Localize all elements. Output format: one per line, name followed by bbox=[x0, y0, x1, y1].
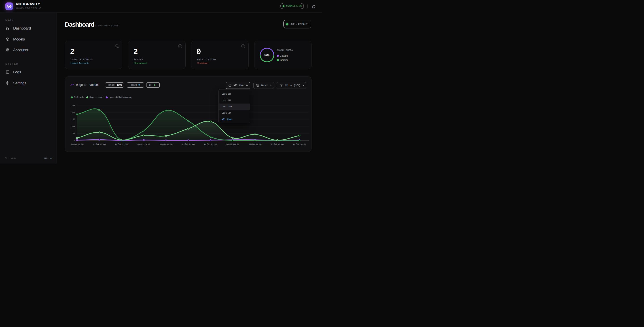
svg-text:200: 200 bbox=[71, 111, 75, 114]
svg-text:01/06 01:00: 01/06 01:00 bbox=[182, 143, 195, 146]
svg-text:01/05 23:00: 01/05 23:00 bbox=[138, 143, 150, 146]
svg-text:01/06 03:00: 01/06 03:00 bbox=[226, 143, 239, 146]
svg-text:250: 250 bbox=[71, 104, 75, 107]
svg-text:01/06 02:00: 01/06 02:00 bbox=[204, 143, 217, 146]
svg-text:100: 100 bbox=[71, 125, 75, 128]
svg-text:150: 150 bbox=[71, 118, 75, 121]
svg-text:01/04 22:00: 01/04 22:00 bbox=[115, 143, 128, 146]
svg-text:0: 0 bbox=[74, 139, 75, 142]
svg-text:01/04 21:00: 01/04 21:00 bbox=[93, 143, 106, 146]
svg-text:01/08 17:00: 01/08 17:00 bbox=[271, 143, 284, 146]
svg-text:01/04 20:00: 01/04 20:00 bbox=[71, 143, 84, 146]
svg-text:01/06 04:00: 01/06 04:00 bbox=[249, 143, 262, 146]
svg-text:50: 50 bbox=[72, 132, 75, 135]
svg-text:01/08 18:00: 01/08 18:00 bbox=[293, 143, 306, 146]
svg-text:01/06 00:00: 01/06 00:00 bbox=[160, 143, 172, 146]
